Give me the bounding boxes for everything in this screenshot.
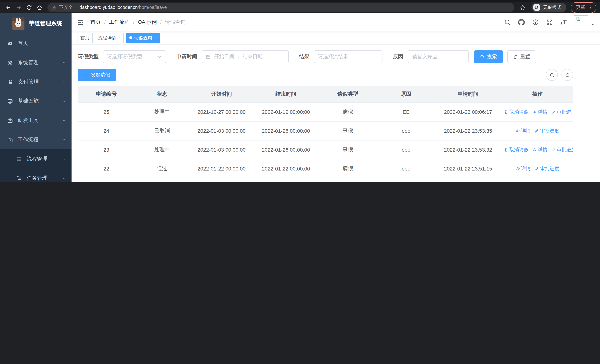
tab-label: 流程详情	[98, 35, 116, 41]
table-tools	[546, 69, 573, 81]
cell-end-time: 2022-01-19 00:00:00	[254, 103, 318, 121]
close-icon[interactable]: ×	[118, 36, 121, 40]
detail-link[interactable]: 详情	[532, 146, 547, 153]
incognito-icon	[533, 4, 540, 11]
sidebar-item-workflow[interactable]: 工作流程	[0, 130, 72, 149]
browser-chrome: 不安全 dashboard.yudao.iocoder.cn/bpm/oa/le…	[0, 0, 600, 13]
cell-end-time: 2022-01-22 00:00:00	[254, 159, 318, 178]
approval-progress-link[interactable]: 审批进度	[534, 165, 559, 172]
sidebar-item-label: 流程管理	[27, 156, 47, 162]
sidebar-item-dev-tools[interactable]: 研发工具	[0, 111, 72, 130]
detail-link[interactable]: 详情	[532, 109, 547, 115]
table-row: 22 通过 2022-01-22 00:00:00 2022-01-22 00:…	[78, 159, 573, 178]
result-select[interactable]: 请选择流结果	[314, 50, 383, 63]
not-secure-icon[interactable]	[52, 5, 57, 10]
refresh-table-button[interactable]	[562, 69, 573, 81]
chevron-down-icon	[62, 157, 66, 161]
user-menu-caret-icon[interactable]	[591, 23, 594, 26]
start-date-placeholder[interactable]: 开始日期	[214, 53, 234, 60]
col-start-time: 开始时间	[189, 86, 254, 103]
github-icon[interactable]	[518, 19, 525, 26]
trash-icon	[504, 148, 508, 152]
edit-icon	[534, 167, 539, 171]
search-icon[interactable]	[504, 19, 511, 26]
detail-link[interactable]: 详情	[516, 128, 531, 134]
cell-actions: 取消请假详情审批进度	[501, 103, 573, 121]
cell-actions: 详情审批进度	[501, 159, 573, 178]
col-status: 状态	[135, 86, 189, 103]
fullscreen-icon[interactable]	[546, 19, 553, 26]
sidebar: 芋道管理系统 首页 系统管理 ¥ 支付管理 基础设施	[0, 13, 72, 182]
reset-button[interactable]: 重置	[507, 50, 536, 63]
bookmark-star-icon[interactable]	[518, 3, 527, 12]
sidebar-item-infra[interactable]: 基础设施	[0, 92, 72, 111]
font-size-icon[interactable]: TT	[560, 19, 567, 25]
approval-progress-link[interactable]: 审批进度	[551, 109, 573, 115]
approval-progress-link[interactable]: 审批进度	[551, 146, 573, 153]
table-toolbar: 发起请假	[78, 69, 573, 81]
result-label: 结果	[299, 53, 309, 60]
forward-button[interactable]	[14, 3, 23, 12]
tab-active-dot	[130, 36, 132, 39]
back-button[interactable]	[4, 3, 13, 12]
refresh-icon	[513, 54, 518, 59]
toggle-search-button[interactable]	[546, 69, 558, 81]
create-leave-button[interactable]: 发起请假	[78, 69, 116, 81]
sidebar-item-system[interactable]: 系统管理	[0, 53, 72, 72]
cell-status: 处理中	[135, 178, 189, 182]
sidebar-item-task-mgmt[interactable]: 任务管理	[0, 169, 72, 182]
breadcrumb-oa-example[interactable]: OA 示例	[138, 19, 157, 26]
tab-process-detail[interactable]: 流程详情 ×	[95, 33, 124, 43]
apply-time-range-picker[interactable]: 开始日期 - 结束日期	[202, 50, 289, 63]
cell-actions: 详情审批进度	[501, 121, 573, 140]
sidebar-item-label: 研发工具	[18, 117, 38, 124]
url-divider	[76, 5, 76, 10]
cell-reason: EEE	[378, 178, 435, 182]
detail-link[interactable]: 详情	[516, 165, 531, 172]
search-icon	[549, 73, 554, 77]
fold-menu-icon[interactable]	[77, 19, 84, 26]
col-actions: 操作	[501, 86, 573, 103]
breadcrumb-home[interactable]: 首页	[90, 19, 101, 26]
edit-icon	[534, 129, 539, 133]
cell-leave-type: 事假	[318, 140, 378, 159]
apply-time-label: 申请时间	[176, 53, 197, 60]
window-top-strip	[0, 0, 600, 2]
browser-update-button[interactable]: 更新	[571, 2, 596, 13]
table-row: 23 处理中 2022-01-03 00:00:00 2022-01-26 00…	[78, 140, 573, 159]
sidebar-item-pay[interactable]: ¥ 支付管理	[0, 72, 72, 92]
cell-leave-type: 病假	[318, 178, 378, 182]
app-logo-row[interactable]: 芋道管理系统	[0, 13, 72, 34]
tab-home[interactable]: 首页	[77, 33, 93, 43]
cell-reason: eee	[378, 159, 435, 178]
approval-progress-link[interactable]: 审批进度	[534, 128, 559, 134]
sidebar-item-process-mgmt[interactable]: 流程管理	[0, 149, 72, 169]
briefcase-icon	[7, 137, 13, 142]
reason-input[interactable]	[408, 50, 469, 63]
eye-icon	[516, 167, 520, 171]
address-bar[interactable]: 不安全 dashboard.yudao.iocoder.cn/bpm/oa/le…	[47, 3, 514, 12]
cancel-leave-link[interactable]: 取消请假	[504, 146, 528, 153]
browser-menu-icon[interactable]	[588, 5, 593, 10]
reload-button[interactable]	[24, 3, 33, 12]
sidebar-item-home[interactable]: 首页	[0, 34, 72, 53]
cancel-leave-link[interactable]: 取消请假	[504, 109, 528, 115]
chevron-down-icon	[157, 54, 162, 59]
workflow-submenu: 流程管理 任务管理 我的流程 待办任务 已办	[0, 149, 72, 182]
cell-end-time: 2022-01-26 00:00:00	[254, 140, 318, 159]
incognito-label: 无痕模式	[543, 4, 562, 10]
cell-leave-type: 病假	[318, 159, 378, 178]
leave-table-body: 25 处理中 2021-12-27 00:00:00 2022-01-19 00…	[78, 103, 573, 182]
cell-start-time: 2022-01-22 00:00:00	[189, 159, 254, 178]
search-button[interactable]: 搜索	[474, 50, 503, 63]
end-date-placeholder[interactable]: 结束日期	[243, 53, 262, 60]
home-button[interactable]	[35, 3, 44, 12]
close-icon[interactable]: ×	[154, 36, 157, 40]
leave-type-select[interactable]: 请选择请假类型	[103, 50, 166, 63]
avatar[interactable]	[574, 15, 588, 29]
cell-end-time: 2022-01-26 00:00:00	[254, 121, 318, 140]
refresh-icon	[565, 73, 570, 77]
tab-leave-query[interactable]: 请假查询 ×	[126, 33, 160, 43]
help-icon[interactable]	[532, 19, 539, 26]
breadcrumb-workflow[interactable]: 工作流程	[109, 19, 130, 26]
